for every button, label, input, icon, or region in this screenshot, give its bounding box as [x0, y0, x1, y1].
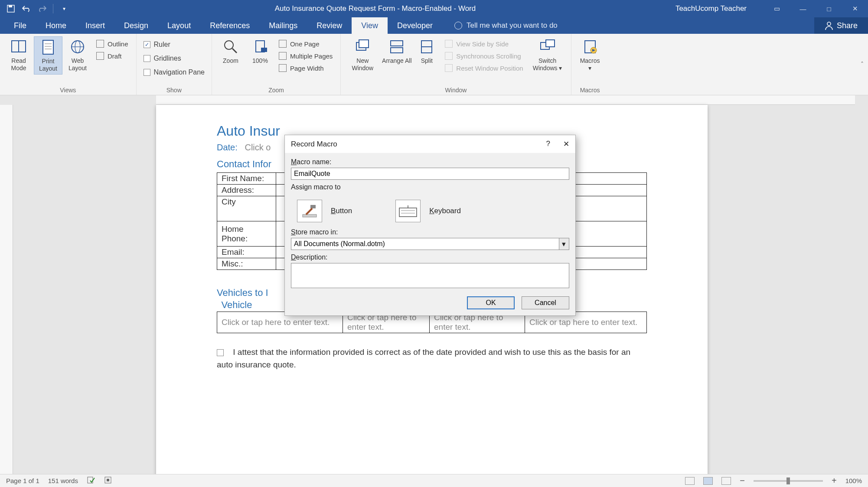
ok-button[interactable]: OK: [467, 296, 515, 309]
draft-button[interactable]: Draft: [95, 51, 130, 61]
macro-name-input[interactable]: [291, 168, 569, 180]
horizontal-ruler[interactable]: [156, 95, 855, 105]
reset-position-button[interactable]: Reset Window Position: [443, 63, 525, 73]
svg-rect-35: [107, 479, 109, 481]
svg-rect-15: [261, 48, 267, 52]
assign-button-option[interactable]: Button: [297, 200, 352, 222]
tab-view[interactable]: View: [352, 17, 388, 34]
maximize-icon[interactable]: □: [816, 0, 842, 17]
page-count[interactable]: Page 1 of 1: [6, 477, 39, 484]
zoom-button[interactable]: Zoom: [216, 36, 245, 66]
macros-button[interactable]: Macros▾: [576, 36, 604, 74]
collapse-ribbon-icon[interactable]: ˄: [861, 61, 864, 68]
zoom-slider[interactable]: [754, 480, 823, 482]
outline-button[interactable]: Outline: [95, 39, 130, 49]
svg-rect-18: [391, 41, 403, 46]
sync-scroll-button[interactable]: Synchronous Scrolling: [443, 51, 525, 61]
new-window-label: New Window: [346, 57, 379, 72]
web-layout-label: Web Layout: [64, 57, 91, 72]
share-button[interactable]: Share: [814, 17, 868, 34]
assign-button-label: Button: [331, 207, 352, 215]
city-label: City: [217, 196, 276, 221]
zoom-level[interactable]: 100%: [845, 477, 862, 484]
read-mode-button[interactable]: Read Mode: [4, 36, 33, 74]
one-page-button[interactable]: One Page: [277, 39, 334, 49]
multi-page-button[interactable]: Multiple Pages: [277, 51, 334, 61]
group-zoom: Zoom 100% One Page Multiple Pages Page W…: [212, 34, 341, 95]
side-by-side-button[interactable]: View Side by Side: [443, 39, 525, 49]
group-show: ✓Ruler Gridlines Navigation Pane Show: [137, 34, 212, 95]
dialog-titlebar[interactable]: Record Macro ? ✕: [285, 135, 575, 153]
draft-label: Draft: [108, 52, 122, 60]
switch-windows-button[interactable]: Switch Windows ▾: [529, 36, 567, 74]
group-views: Read Mode Print Layout Web Layout Outlin…: [0, 34, 137, 95]
ruler-checkbox[interactable]: ✓Ruler: [141, 39, 173, 50]
zoom-thumb[interactable]: [786, 477, 790, 484]
keyboard-icon: [395, 200, 421, 222]
group-show-label: Show: [166, 86, 182, 94]
attest-text: I attest that the information provided i…: [217, 347, 630, 369]
share-label: Share: [837, 21, 858, 30]
tab-design[interactable]: Design: [114, 17, 158, 34]
svg-rect-28: [310, 205, 316, 208]
misc-label: Misc.:: [217, 258, 276, 270]
word-count[interactable]: 151 words: [48, 477, 78, 484]
tab-home[interactable]: Home: [36, 17, 76, 34]
tab-file[interactable]: File: [4, 17, 36, 34]
tab-insert[interactable]: Insert: [76, 17, 114, 34]
group-window: New Window Arrange All Split View Side b…: [341, 34, 571, 95]
web-layout-button[interactable]: Web Layout: [63, 36, 92, 74]
arrange-all-label: Arrange All: [382, 57, 411, 65]
date-placeholder[interactable]: Click o: [245, 143, 271, 152]
print-layout-button[interactable]: Print Layout: [34, 36, 62, 75]
address-label: Address:: [217, 185, 276, 196]
svg-rect-5: [43, 40, 53, 54]
tab-developer[interactable]: Developer: [388, 17, 442, 34]
tab-review[interactable]: Review: [307, 17, 352, 34]
close-icon[interactable]: ✕: [842, 0, 868, 17]
reset-position-label: Reset Window Position: [456, 65, 523, 72]
redo-icon[interactable]: [37, 4, 47, 13]
gridlines-checkbox[interactable]: Gridlines: [141, 53, 184, 64]
store-macro-select[interactable]: [291, 238, 559, 250]
svg-point-12: [225, 41, 233, 49]
tell-me-search[interactable]: Tell me what you want to do: [442, 17, 558, 34]
page-width-label: Page Width: [290, 65, 324, 72]
nav-pane-label: Navigation Pane: [154, 68, 205, 76]
macros-label: Macros▾: [580, 57, 600, 72]
undo-icon[interactable]: [22, 4, 31, 13]
vertical-ruler[interactable]: [0, 105, 13, 474]
zoom-out-icon[interactable]: −: [740, 476, 745, 486]
web-layout-view-icon[interactable]: [721, 477, 731, 485]
tab-layout[interactable]: Layout: [158, 17, 200, 34]
dropdown-icon[interactable]: ▾: [559, 238, 569, 250]
help-icon[interactable]: ?: [546, 140, 550, 149]
assign-keyboard-option[interactable]: Keyboard: [395, 200, 461, 222]
svg-point-2: [827, 22, 831, 26]
new-window-button[interactable]: New Window: [345, 36, 380, 74]
close-dialog-icon[interactable]: ✕: [563, 140, 569, 149]
attest-checkbox[interactable]: [217, 349, 224, 356]
window-controls: ▭ — □ ✕: [764, 0, 868, 17]
page-width-button[interactable]: Page Width: [277, 63, 334, 73]
zoom-in-icon[interactable]: +: [832, 476, 837, 486]
minimize-icon[interactable]: —: [790, 0, 816, 17]
read-mode-view-icon[interactable]: [685, 477, 695, 485]
save-icon[interactable]: [6, 4, 16, 13]
zoom-100-button[interactable]: 100%: [246, 36, 274, 66]
multi-page-label: Multiple Pages: [290, 52, 333, 60]
print-layout-view-icon[interactable]: [703, 477, 713, 485]
macro-recording-icon[interactable]: [104, 476, 112, 485]
description-textarea[interactable]: [291, 263, 569, 288]
ribbon-display-icon[interactable]: ▭: [764, 0, 790, 17]
nav-pane-checkbox[interactable]: Navigation Pane: [141, 67, 207, 78]
spellcheck-icon[interactable]: [87, 476, 95, 485]
tab-references[interactable]: References: [200, 17, 259, 34]
split-button[interactable]: Split: [414, 36, 440, 66]
dialog-title: Record Macro: [291, 140, 337, 149]
customize-qat-icon[interactable]: ▾: [59, 4, 69, 13]
arrange-all-button[interactable]: Arrange All: [381, 36, 413, 66]
tab-mailings[interactable]: Mailings: [259, 17, 307, 34]
group-zoom-label: Zoom: [268, 86, 284, 94]
cancel-button[interactable]: Cancel: [522, 296, 569, 309]
